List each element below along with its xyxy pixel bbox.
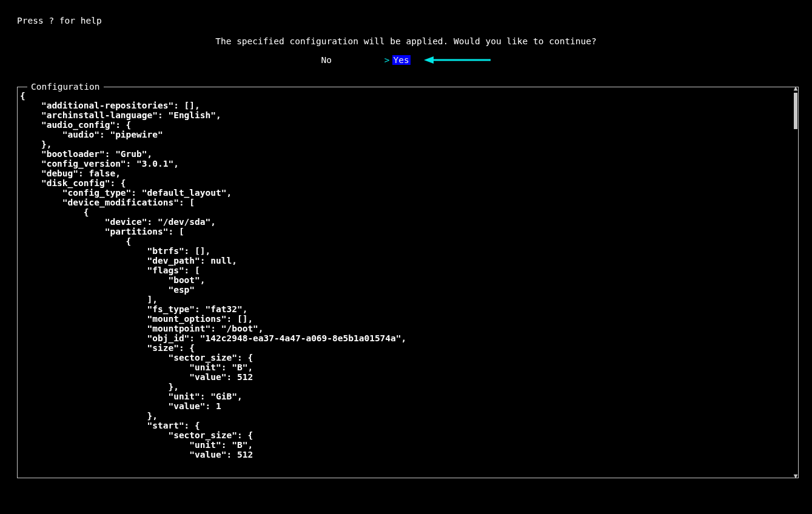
scroll-down-icon[interactable]: ▼	[793, 473, 799, 479]
scroll-thumb[interactable]	[794, 93, 797, 129]
terminal-screen: Press ? for help The specified configura…	[0, 0, 812, 514]
yes-option-label: Yes	[392, 55, 411, 65]
help-hint: Press ? for help	[17, 16, 102, 25]
annotation-arrow-icon	[424, 56, 491, 64]
configuration-panel-title: Configuration	[27, 82, 104, 92]
scroll-up-icon[interactable]: ▲	[793, 85, 799, 92]
scrollbar[interactable]: ▲ ▼	[793, 85, 799, 479]
selection-marker: >	[384, 55, 390, 65]
svg-marker-1	[424, 56, 434, 64]
no-option[interactable]: No	[321, 55, 332, 65]
configuration-panel: Configuration { "additional-repositories…	[17, 87, 799, 478]
confirmation-prompt: The specified configuration will be appl…	[0, 36, 812, 46]
yes-option[interactable]: >Yes	[384, 55, 411, 65]
configuration-json[interactable]: { "additional-repositories": [], "archin…	[20, 91, 788, 475]
choice-line: No >Yes	[0, 55, 812, 65]
